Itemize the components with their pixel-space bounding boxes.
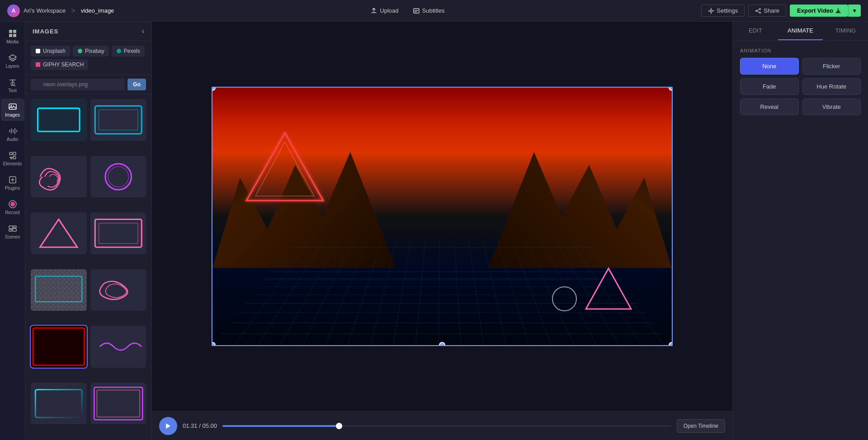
upload-icon bbox=[371, 8, 377, 14]
plugins-icon bbox=[8, 175, 17, 184]
images-panel: IMAGES ‹ Unsplash Pixabay Pexels GIPHY S… bbox=[25, 22, 152, 440]
image-thumb-7[interactable] bbox=[31, 269, 87, 311]
image-thumb-2[interactable] bbox=[90, 99, 146, 141]
workspace-name: Ari's Workspace bbox=[24, 7, 66, 14]
canvas-area: 01.31 / 05.00 Open Timeline bbox=[152, 22, 732, 440]
svg-point-15 bbox=[13, 156, 16, 159]
image-thumb-3[interactable] bbox=[31, 156, 87, 198]
image-thumb-4[interactable] bbox=[90, 156, 146, 198]
sidebar-item-record[interactable]: Record bbox=[1, 196, 24, 219]
go-button[interactable]: Go bbox=[127, 79, 146, 90]
sidebar-item-elements[interactable]: Elements bbox=[1, 147, 24, 170]
source-tabs: Unsplash Pixabay Pexels GIPHY SEARCH bbox=[25, 41, 151, 75]
share-button[interactable]: Share bbox=[748, 5, 786, 17]
thumb-preview-2 bbox=[90, 99, 146, 141]
open-timeline-button[interactable]: Open Timeline bbox=[677, 419, 725, 433]
handle-bottom-right[interactable] bbox=[669, 342, 673, 346]
svg-rect-7 bbox=[9, 30, 12, 33]
right-tabs: EDIT ANIMATE TIMING bbox=[733, 22, 868, 41]
svg-rect-8 bbox=[13, 30, 16, 33]
svg-rect-23 bbox=[36, 49, 40, 53]
upload-button[interactable]: Upload bbox=[367, 5, 402, 16]
grid-icon bbox=[8, 29, 17, 38]
sidebar-item-media[interactable]: Media bbox=[1, 25, 24, 48]
thumb-preview-12 bbox=[90, 383, 146, 425]
image-thumb-6[interactable] bbox=[90, 212, 146, 254]
svg-rect-28 bbox=[31, 99, 87, 141]
subtitles-icon bbox=[413, 8, 420, 14]
elements-icon bbox=[8, 151, 17, 160]
image-thumb-1[interactable] bbox=[31, 99, 87, 141]
image-thumb-10[interactable] bbox=[90, 326, 146, 368]
app-logo: A bbox=[7, 5, 20, 17]
svg-rect-54 bbox=[90, 383, 146, 425]
image-thumb-8[interactable] bbox=[90, 269, 146, 311]
panel-header: IMAGES ‹ bbox=[25, 22, 151, 41]
export-dropdown-button[interactable]: ▾ bbox=[848, 5, 861, 17]
export-video-button[interactable]: Export Video bbox=[790, 5, 848, 17]
subtitles-button[interactable]: Subtitles bbox=[410, 5, 448, 16]
image-thumb-5[interactable] bbox=[31, 212, 87, 254]
anim-btn-vibrate[interactable]: Vibrate bbox=[802, 98, 861, 115]
workspace-sep: > bbox=[71, 7, 75, 15]
svg-point-4 bbox=[760, 8, 761, 9]
canvas-container bbox=[152, 22, 732, 411]
sidebar-icons: Media Layers Text Images Audio Elements … bbox=[0, 22, 25, 440]
right-panel: EDIT ANIMATE TIMING ANIMATION None Flick… bbox=[732, 22, 868, 440]
topbar: A Ari's Workspace > video_image Upload S… bbox=[0, 0, 868, 22]
scenes-icon bbox=[8, 224, 17, 233]
sidebar-item-scenes[interactable]: Scenes bbox=[1, 220, 24, 243]
image-thumb-12[interactable] bbox=[90, 383, 146, 425]
thumb-preview-8 bbox=[90, 269, 146, 311]
handle-bottom-center[interactable] bbox=[439, 342, 445, 346]
svg-rect-9 bbox=[9, 34, 12, 37]
search-input[interactable] bbox=[31, 79, 125, 90]
scrubber-fill bbox=[222, 425, 339, 427]
source-tab-pixabay[interactable]: Pixabay bbox=[73, 46, 109, 56]
tab-edit[interactable]: EDIT bbox=[733, 22, 778, 40]
sidebar-item-text[interactable]: Text bbox=[1, 74, 24, 97]
tab-timing[interactable]: TIMING bbox=[823, 22, 868, 40]
pixabay-icon bbox=[77, 48, 83, 54]
neon-triangle-pink bbox=[581, 264, 636, 318]
project-name: video_image bbox=[81, 7, 114, 14]
anim-btn-flicker[interactable]: Flicker bbox=[802, 58, 861, 75]
source-tab-giphy[interactable]: GIPHY SEARCH bbox=[31, 59, 88, 70]
image-thumb-11[interactable] bbox=[31, 383, 87, 425]
anim-btn-reveal[interactable]: Reveal bbox=[740, 98, 799, 115]
svg-rect-46 bbox=[31, 269, 87, 311]
svg-rect-49 bbox=[31, 326, 87, 368]
sidebar-item-images[interactable]: Images bbox=[1, 98, 24, 121]
source-tab-unsplash[interactable]: Unsplash bbox=[31, 46, 70, 56]
animation-section: ANIMATION None Flicker Fade Hue Rotate R… bbox=[733, 41, 868, 122]
settings-button[interactable]: Settings bbox=[701, 5, 745, 17]
thumb-preview-1 bbox=[31, 99, 87, 141]
neon-circle bbox=[552, 286, 577, 311]
canvas-image bbox=[212, 88, 672, 345]
svg-rect-21 bbox=[9, 229, 12, 231]
tab-animate[interactable]: ANIMATE bbox=[778, 22, 823, 40]
svg-rect-22 bbox=[13, 229, 16, 231]
anim-btn-hue-rotate[interactable]: Hue Rotate bbox=[802, 78, 861, 95]
thumb-preview-4 bbox=[90, 156, 146, 198]
anim-btn-none[interactable]: None bbox=[740, 58, 799, 75]
image-icon bbox=[8, 102, 17, 111]
play-button[interactable] bbox=[159, 417, 177, 435]
anim-btn-fade[interactable]: Fade bbox=[740, 78, 799, 95]
sidebar-item-layers[interactable]: Layers bbox=[1, 50, 24, 72]
svg-point-12 bbox=[10, 105, 12, 107]
canvas-frame[interactable] bbox=[212, 87, 673, 346]
search-row: Go bbox=[25, 75, 151, 94]
svg-rect-0 bbox=[414, 9, 419, 13]
neon-triangle-red bbox=[240, 124, 330, 214]
panel-close-button[interactable]: ‹ bbox=[142, 27, 144, 35]
panel-title: IMAGES bbox=[33, 28, 58, 35]
sidebar-item-audio[interactable]: Audio bbox=[1, 123, 24, 145]
sidebar-item-plugins[interactable]: Plugins bbox=[1, 172, 24, 194]
svg-rect-10 bbox=[13, 34, 16, 37]
source-tab-pexels[interactable]: Pexels bbox=[112, 46, 145, 56]
timeline-scrubber[interactable] bbox=[222, 425, 671, 427]
scrubber-handle[interactable] bbox=[336, 423, 342, 429]
image-thumb-9[interactable] bbox=[31, 326, 87, 368]
svg-rect-20 bbox=[14, 226, 16, 228]
